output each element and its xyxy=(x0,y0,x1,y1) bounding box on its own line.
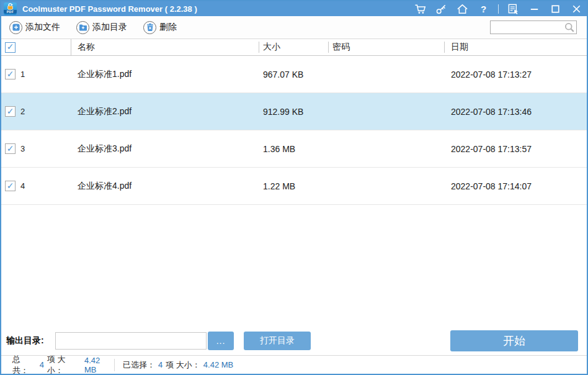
add-folder-label: 添加目录 xyxy=(92,22,127,33)
row-index: 1 xyxy=(20,70,25,79)
row-checkbox[interactable]: ✓ xyxy=(5,106,16,117)
file-name: 企业标准3.pdf xyxy=(71,143,259,155)
output-dir-input[interactable] xyxy=(55,332,207,350)
file-date: 2022-07-08 17:13:46 xyxy=(445,107,587,117)
browse-button[interactable]: ... xyxy=(208,332,234,350)
add-file-label: 添加文件 xyxy=(25,22,60,33)
search-box xyxy=(490,20,577,34)
statusbar: 总共： 4 项 大小： 4.42 MB 已选择： 4 项 大小： 4.42 MB xyxy=(1,355,587,374)
status-total-mid: 项 大小： xyxy=(47,354,81,375)
row-index: 3 xyxy=(20,144,25,153)
minimize-button[interactable] xyxy=(528,2,541,16)
table-row[interactable]: ✓ 4 企业标准4.pdf 1.22 MB 2022-07-08 17:14:0… xyxy=(1,168,587,205)
file-name: 企业标准1.pdf xyxy=(71,69,259,80)
toolbar: 添加文件 添加目录 删除 xyxy=(1,16,587,39)
padlock-open-icon xyxy=(6,3,14,10)
file-name: 企业标准4.pdf xyxy=(71,181,259,192)
status-selected-size: 4.42 MB xyxy=(203,360,233,369)
row-checkbox[interactable]: ✓ xyxy=(5,181,16,191)
close-button[interactable] xyxy=(570,2,583,16)
status-total-count: 4 xyxy=(40,360,44,369)
table-row[interactable]: ✓ 2 企业标准2.pdf 912.99 KB 2022-07-08 17:13… xyxy=(1,93,587,130)
app-icon: PDF xyxy=(4,2,17,15)
app-window: PDF Coolmuster PDF Password Remover ( 2.… xyxy=(0,0,588,375)
file-date: 2022-07-08 17:14:07 xyxy=(445,181,587,191)
status-selected-mid: 项 大小： xyxy=(166,359,200,371)
table-row[interactable]: ✓ 1 企业标准1.pdf 967.07 KB 2022-07-08 17:13… xyxy=(1,56,587,93)
status-selected: 已选择： 4 项 大小： 4.42 MB xyxy=(115,359,233,371)
home-icon[interactable] xyxy=(456,2,469,16)
select-all-checkbox[interactable]: ✓ xyxy=(5,42,16,53)
window-title: Coolmuster PDF Password Remover ( 2.2.38… xyxy=(22,4,414,14)
table-header: ✓ 名称 大小 密码 日期 xyxy=(1,39,587,56)
delete-label: 删除 xyxy=(159,22,177,33)
register-key-icon[interactable] xyxy=(435,2,448,16)
column-header-size: 大小 xyxy=(259,42,329,53)
add-file-icon xyxy=(9,21,22,34)
status-selected-count: 4 xyxy=(158,360,163,369)
file-date: 2022-07-08 17:13:57 xyxy=(445,144,587,154)
delete-button[interactable]: 删除 xyxy=(143,21,177,34)
output-panel: 输出目录: ... 打开目录 开始 xyxy=(1,327,587,355)
add-folder-button[interactable]: 添加目录 xyxy=(76,21,127,34)
status-total-label: 总共： xyxy=(12,354,37,375)
column-header-name: 名称 xyxy=(71,42,259,53)
store-cart-icon[interactable] xyxy=(414,2,427,16)
row-index: 2 xyxy=(20,107,25,116)
titlebar-separator xyxy=(498,4,499,14)
row-index: 4 xyxy=(20,181,25,191)
file-name: 企业标准2.pdf xyxy=(71,106,259,117)
register-form-icon[interactable] xyxy=(507,2,520,16)
help-icon[interactable]: ? xyxy=(477,2,490,16)
maximize-button[interactable] xyxy=(549,2,562,16)
column-header-password: 密码 xyxy=(329,42,445,53)
column-header-date: 日期 xyxy=(445,42,587,53)
status-total: 总共： 4 项 大小： 4.42 MB xyxy=(1,354,114,375)
table-body: ✓ 1 企业标准1.pdf 967.07 KB 2022-07-08 17:13… xyxy=(1,56,587,205)
app-icon-pdf-label: PDF xyxy=(4,10,17,14)
add-file-button[interactable]: 添加文件 xyxy=(9,21,60,34)
open-directory-button[interactable]: 打开目录 xyxy=(244,332,311,350)
add-folder-icon xyxy=(76,21,89,34)
titlebar-buttons: ? xyxy=(414,2,583,16)
file-size: 1.36 MB xyxy=(259,144,329,154)
file-size: 967.07 KB xyxy=(259,70,329,79)
file-size: 912.99 KB xyxy=(259,107,329,117)
status-total-size: 4.42 MB xyxy=(84,356,114,374)
file-date: 2022-07-08 17:13:27 xyxy=(445,70,587,79)
row-checkbox[interactable]: ✓ xyxy=(5,143,16,154)
delete-icon xyxy=(143,21,156,34)
status-selected-label: 已选择： xyxy=(123,359,155,371)
row-checkbox[interactable]: ✓ xyxy=(5,69,16,79)
start-button[interactable]: 开始 xyxy=(450,330,578,351)
output-dir-label: 输出目录: xyxy=(6,335,55,346)
titlebar: PDF Coolmuster PDF Password Remover ( 2.… xyxy=(1,1,587,16)
table-row[interactable]: ✓ 3 企业标准3.pdf 1.36 MB 2022-07-08 17:13:5… xyxy=(1,130,587,168)
search-icon[interactable] xyxy=(564,22,575,35)
file-size: 1.22 MB xyxy=(259,181,329,191)
